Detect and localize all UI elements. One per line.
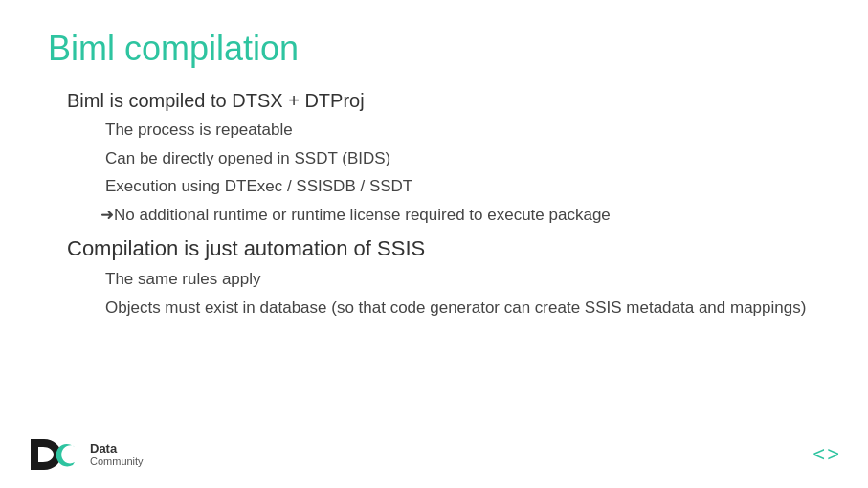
- logo-community-label: Community: [90, 455, 144, 467]
- slide: Biml compilation Biml is compiled to DTS…: [0, 0, 868, 488]
- bottom-bar: Data Community < >: [0, 435, 868, 474]
- slide-title: Biml compilation: [48, 29, 820, 69]
- nav-arrows[interactable]: < >: [812, 442, 839, 467]
- bullet-4: ➜No additional runtime or runtime licens…: [100, 203, 820, 228]
- level1-first: Biml is compiled to DTSX + DTProj: [67, 90, 820, 112]
- logo-data-label: Data: [90, 442, 144, 455]
- bullet-2: Can be directly opened in SSDT (BIDS): [105, 146, 820, 171]
- bullet-6: Objects must exist in database (so that …: [105, 296, 820, 321]
- level1-second: Compilation is just automation of SSIS: [67, 236, 820, 261]
- logo-dc-icon: [29, 435, 77, 474]
- bullet-3: Execution using DTExec / SSISDB / SSDT: [105, 174, 820, 199]
- bullet-5: The same rules apply: [105, 267, 820, 292]
- logo-area: Data Community: [29, 435, 144, 474]
- arrow-left-icon[interactable]: <: [812, 442, 825, 467]
- logo-text: Data Community: [90, 442, 144, 467]
- arrow-right-icon[interactable]: >: [827, 442, 839, 467]
- bullet-1: The process is repeatable: [105, 118, 820, 143]
